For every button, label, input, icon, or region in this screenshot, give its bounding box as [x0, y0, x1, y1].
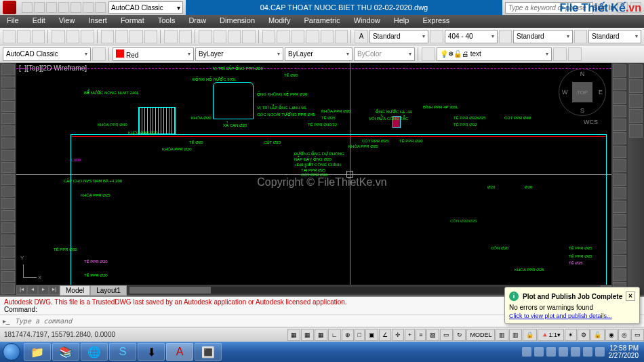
toolpalettes-icon[interactable]	[291, 30, 304, 43]
redo-icon[interactable]	[179, 30, 192, 43]
gradient-icon[interactable]	[1, 247, 15, 258]
zoom-extents-icon[interactable]	[629, 94, 643, 108]
drawing-quick-view-icon[interactable]: ▥	[509, 329, 522, 341]
mleaderstyle-icon[interactable]	[574, 30, 587, 43]
zoom-previous-icon[interactable]	[242, 30, 255, 43]
hatch-icon[interactable]	[1, 235, 15, 245]
grid-display-icon[interactable]: ▦	[315, 329, 327, 341]
rectangle-icon[interactable]	[1, 113, 15, 124]
task-explorer-icon[interactable]: 📁	[24, 343, 51, 361]
new-icon[interactable]	[3, 30, 16, 43]
undo-icon[interactable]	[164, 30, 177, 43]
layer-states-icon[interactable]	[568, 47, 582, 61]
qat-plot-icon[interactable]	[71, 2, 81, 13]
menu-file[interactable]: File	[0, 15, 26, 28]
viewcube-s[interactable]: S	[580, 107, 584, 114]
menu-modify[interactable]: Modify	[262, 15, 297, 28]
break-at-point-icon[interactable]	[613, 214, 626, 226]
polyline-icon[interactable]	[1, 89, 15, 100]
layer-previous-icon[interactable]	[553, 47, 567, 61]
menu-tools[interactable]: Tools	[151, 15, 182, 28]
designcenter-icon[interactable]	[277, 30, 289, 43]
wcs-label[interactable]: WCS	[584, 119, 598, 125]
markup-icon[interactable]	[321, 30, 334, 43]
lineweight-toggle-icon[interactable]: ≡	[416, 329, 426, 341]
menu-insert[interactable]: Insert	[81, 15, 114, 28]
annotation-visibility-icon[interactable]: ✶	[565, 329, 577, 341]
fillet-icon[interactable]	[613, 268, 626, 281]
viewcube-n[interactable]: N	[580, 71, 585, 77]
chamfer-icon[interactable]	[613, 255, 626, 267]
move-icon[interactable]	[613, 132, 626, 144]
dynamic-input-icon[interactable]: +	[405, 329, 415, 341]
selection-cycling-icon[interactable]: ↻	[454, 329, 466, 341]
autocad-app-icon[interactable]	[3, 1, 16, 14]
balloon-close-icon[interactable]: ×	[626, 291, 635, 301]
object-snap-tracking-icon[interactable]: ∠	[379, 329, 391, 341]
dimstyle-icon[interactable]	[430, 30, 443, 43]
workspace-settings-icon[interactable]	[92, 47, 106, 61]
task-autocad-icon[interactable]: A	[166, 343, 193, 361]
scale-icon[interactable]	[613, 159, 626, 172]
task-app-icon[interactable]: 🔳	[195, 343, 222, 361]
menu-format[interactable]: Format	[114, 15, 151, 28]
zoom-realtime-icon[interactable]	[214, 30, 226, 43]
scrollbar-thumb[interactable]	[129, 287, 211, 294]
offset-icon[interactable]	[613, 105, 626, 117]
task-chrome-icon[interactable]: 🌐	[81, 343, 108, 361]
clean-screen-icon[interactable]: ▭	[631, 329, 644, 341]
menu-express[interactable]: Express	[416, 15, 456, 28]
snap-mode-icon[interactable]: ▦	[301, 329, 314, 341]
system-clock[interactable]: 12:58 PM 2/27/2020	[609, 344, 639, 359]
dimstyle-combo[interactable]: 404 - 40▾	[445, 30, 498, 43]
properties-icon[interactable]	[262, 30, 275, 43]
layout-quick-view-icon[interactable]: ▥	[496, 329, 508, 341]
object-snap-icon[interactable]: □	[355, 329, 365, 341]
paste-icon[interactable]	[129, 30, 142, 43]
match-properties-icon[interactable]	[144, 30, 157, 43]
mirror-icon[interactable]	[613, 92, 626, 104]
task-skype-icon[interactable]: S	[109, 343, 136, 361]
showmotion-icon[interactable]	[629, 124, 643, 138]
menu-edit[interactable]: Edit	[26, 15, 52, 28]
copy-icon[interactable]	[115, 30, 128, 43]
tray-usb-icon[interactable]	[546, 347, 556, 357]
layout1-tab[interactable]: Layout1	[90, 285, 127, 296]
viewcube-top-face[interactable]: TOP	[572, 82, 592, 102]
quickcalc-icon[interactable]	[335, 30, 348, 43]
model-tab[interactable]: Model	[60, 285, 90, 296]
tray-show-hidden-icon[interactable]	[522, 347, 531, 357]
tray-action-center-icon[interactable]	[534, 347, 544, 357]
polar-tracking-icon[interactable]: ⊕	[342, 329, 354, 341]
qat-redo-icon[interactable]	[95, 2, 106, 13]
ortho-mode-icon[interactable]: ∟	[328, 329, 341, 341]
tab-prev-icon[interactable]: ◂	[27, 285, 38, 295]
save-icon[interactable]	[32, 30, 45, 43]
cut-icon[interactable]	[101, 30, 114, 43]
table-icon[interactable]	[1, 271, 15, 282]
plot-icon[interactable]	[52, 30, 64, 43]
transparency-toggle-icon[interactable]: ▨	[426, 329, 439, 341]
menu-window[interactable]: Window	[347, 15, 387, 28]
workspace-combo[interactable]: AutoCAD Classic ▾	[108, 1, 183, 14]
polygon-icon[interactable]	[1, 101, 15, 112]
make-block-icon[interactable]	[1, 210, 15, 221]
arc-icon[interactable]	[1, 125, 15, 136]
viewcube[interactable]: N S W E TOP	[559, 68, 606, 116]
sheet-set-icon[interactable]	[306, 30, 319, 43]
qat-open-icon[interactable]	[34, 2, 45, 13]
plotstyle-combo[interactable]: ByColor▾	[354, 47, 415, 61]
annotation-scale-combo[interactable]: 🔺 1:1 ▾	[538, 329, 564, 341]
start-button[interactable]	[0, 342, 23, 362]
coordinate-readout[interactable]: 1817474.7197, 155791.2840, 0.0000	[0, 331, 119, 338]
workspace-switching-icon[interactable]: ⚙	[578, 329, 590, 341]
rotate-icon[interactable]	[613, 146, 626, 158]
join-icon[interactable]	[613, 241, 626, 254]
task-winrar-icon[interactable]: 📚	[52, 343, 79, 361]
isolate-objects-icon[interactable]: ◎	[618, 329, 630, 341]
tray-network-icon[interactable]	[571, 347, 580, 357]
pan-icon[interactable]	[199, 30, 212, 43]
copy-object-icon[interactable]	[613, 78, 626, 90]
color-combo[interactable]: Red▾	[113, 47, 194, 61]
lineweight-combo[interactable]: ByLayer▾	[285, 47, 353, 61]
